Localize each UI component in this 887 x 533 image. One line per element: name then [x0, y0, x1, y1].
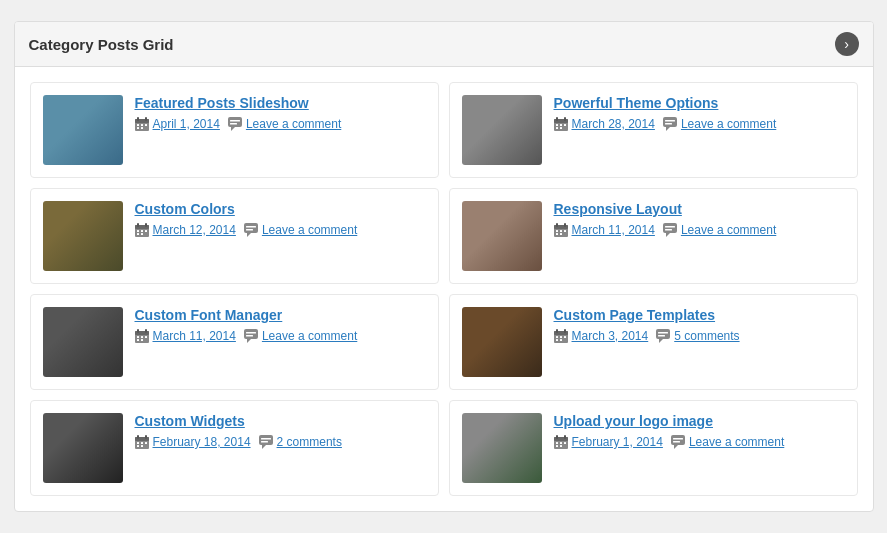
- post-thumbnail: [43, 201, 123, 271]
- svg-rect-56: [43, 307, 123, 377]
- svg-rect-106: [556, 445, 558, 447]
- svg-rect-101: [556, 435, 558, 439]
- calendar-icon: [554, 223, 568, 237]
- post-date-link[interactable]: March 11, 2014: [153, 329, 236, 343]
- svg-rect-97: [261, 441, 268, 443]
- svg-rect-21: [564, 124, 566, 126]
- svg-rect-98: [462, 413, 542, 483]
- svg-rect-28: [43, 201, 123, 271]
- post-title[interactable]: Custom Colors: [135, 201, 426, 217]
- svg-rect-24: [663, 117, 677, 127]
- post-title[interactable]: Custom Widgets: [135, 413, 426, 429]
- svg-rect-76: [560, 336, 562, 338]
- svg-rect-23: [560, 127, 562, 129]
- post-info: Powerful Theme Options: [554, 95, 845, 131]
- post-title[interactable]: Custom Font Manager: [135, 307, 426, 323]
- svg-rect-69: [246, 335, 253, 337]
- svg-rect-90: [141, 442, 143, 444]
- svg-rect-37: [141, 233, 143, 235]
- post-card: Upload your logo image: [449, 400, 858, 496]
- post-date-link[interactable]: March 28, 2014: [572, 117, 655, 131]
- svg-rect-66: [244, 329, 258, 339]
- post-date-link[interactable]: March 11, 2014: [572, 223, 655, 237]
- svg-rect-26: [665, 120, 675, 122]
- post-comment-link[interactable]: Leave a comment: [681, 223, 776, 237]
- post-comment-link[interactable]: Leave a comment: [262, 223, 357, 237]
- post-comment-link[interactable]: 2 comments: [277, 435, 342, 449]
- svg-rect-31: [137, 223, 139, 227]
- comment-icon: [656, 329, 670, 343]
- svg-marker-39: [247, 233, 251, 237]
- post-date-link[interactable]: March 12, 2014: [153, 223, 236, 237]
- post-meta: March 28, 2014 Leave a comment: [554, 117, 845, 131]
- post-thumbnail: [43, 95, 123, 165]
- calendar-icon: [554, 329, 568, 343]
- post-title[interactable]: Upload your logo image: [554, 413, 845, 429]
- post-title[interactable]: Powerful Theme Options: [554, 95, 845, 111]
- svg-rect-45: [556, 223, 558, 227]
- comment-icon: [671, 435, 685, 449]
- post-date: March 11, 2014: [554, 223, 655, 237]
- post-comment-link[interactable]: 5 comments: [674, 329, 739, 343]
- svg-rect-84: [43, 413, 123, 483]
- svg-rect-65: [141, 339, 143, 341]
- svg-rect-74: [564, 329, 566, 333]
- svg-marker-53: [666, 233, 670, 237]
- post-comment: 5 comments: [656, 329, 739, 343]
- post-comment: Leave a comment: [671, 435, 784, 449]
- post-comment: Leave a comment: [663, 117, 776, 131]
- comment-icon: [228, 117, 242, 131]
- svg-rect-107: [560, 445, 562, 447]
- post-meta: March 12, 2014 Leave a comment: [135, 223, 426, 237]
- svg-rect-18: [564, 117, 566, 121]
- post-info: Custom Font Manager: [135, 307, 426, 343]
- widget-header: Category Posts Grid ›: [15, 22, 873, 67]
- svg-rect-62: [141, 336, 143, 338]
- post-comment-link[interactable]: Leave a comment: [681, 117, 776, 131]
- post-date-link[interactable]: February 1, 2014: [572, 435, 663, 449]
- post-date-link[interactable]: February 18, 2014: [153, 435, 251, 449]
- svg-rect-12: [230, 120, 240, 122]
- svg-rect-104: [560, 442, 562, 444]
- post-comment-link[interactable]: Leave a comment: [689, 435, 784, 449]
- post-date: March 3, 2014: [554, 329, 649, 343]
- widget-arrow-button[interactable]: ›: [835, 32, 859, 56]
- svg-rect-19: [556, 124, 558, 126]
- post-card: Custom Font Manager: [30, 294, 439, 390]
- post-comment-link[interactable]: Leave a comment: [262, 329, 357, 343]
- svg-rect-51: [560, 233, 562, 235]
- post-meta: April 1, 2014 Leave a comment: [135, 117, 426, 131]
- svg-rect-6: [141, 124, 143, 126]
- svg-marker-11: [231, 127, 235, 131]
- post-info: Featured Posts Slideshow: [135, 95, 426, 131]
- post-thumbnail: [462, 95, 542, 165]
- post-info: Custom Widgets: [135, 413, 426, 449]
- svg-rect-4: [145, 117, 147, 121]
- calendar-icon: [135, 435, 149, 449]
- post-title[interactable]: Responsive Layout: [554, 201, 845, 217]
- svg-rect-92: [137, 445, 139, 447]
- post-card: Featured Posts Slideshow: [30, 82, 439, 178]
- post-thumbnail: [462, 307, 542, 377]
- calendar-icon: [554, 117, 568, 131]
- comment-icon: [244, 329, 258, 343]
- post-date-link[interactable]: March 3, 2014: [572, 329, 649, 343]
- post-title[interactable]: Custom Page Templates: [554, 307, 845, 323]
- post-date: February 1, 2014: [554, 435, 663, 449]
- post-title[interactable]: Featured Posts Slideshow: [135, 95, 426, 111]
- svg-rect-60: [145, 329, 147, 333]
- svg-rect-52: [663, 223, 677, 233]
- calendar-icon: [135, 223, 149, 237]
- svg-rect-111: [673, 441, 680, 443]
- post-card: Custom Widgets: [30, 400, 439, 496]
- post-thumbnail: [43, 307, 123, 377]
- post-comment-link[interactable]: Leave a comment: [246, 117, 341, 131]
- svg-rect-27: [665, 123, 672, 125]
- svg-rect-61: [137, 336, 139, 338]
- post-meta: February 1, 2014 Leave a comment: [554, 435, 845, 449]
- post-date-link[interactable]: April 1, 2014: [153, 117, 220, 131]
- svg-rect-14: [462, 95, 542, 165]
- svg-rect-102: [564, 435, 566, 439]
- svg-rect-3: [137, 117, 139, 121]
- svg-rect-91: [145, 442, 147, 444]
